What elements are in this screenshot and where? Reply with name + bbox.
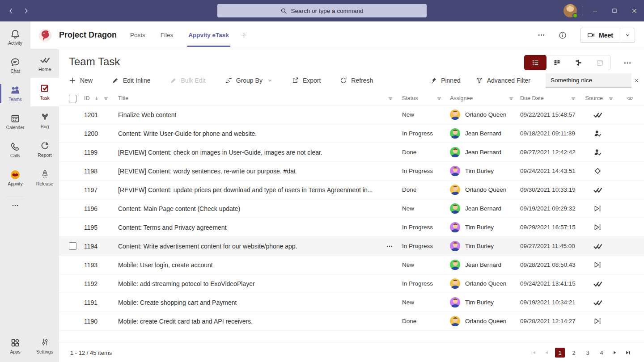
- clear-search-icon[interactable]: [633, 77, 640, 84]
- sidebar-item-calendar[interactable]: Calender: [0, 108, 30, 136]
- close-button[interactable]: [624, 0, 644, 21]
- column-header-id[interactable]: ID: [84, 95, 90, 101]
- column-header-assignee[interactable]: Assignee: [450, 95, 473, 101]
- maximize-button[interactable]: [605, 0, 624, 21]
- table-row[interactable]: 1191 Mobile: Create shopping cart and Pa…: [59, 293, 644, 312]
- page-4-button[interactable]: 4: [597, 348, 606, 358]
- page-1-button[interactable]: 1: [555, 348, 565, 358]
- task-title[interactable]: [REVIEW] Content: wordy sentences, re-wr…: [118, 168, 296, 175]
- advanced-filter-button[interactable]: Advanced Filter: [476, 77, 530, 84]
- tab-posts[interactable]: Posts: [130, 21, 145, 49]
- sidebar-item-task[interactable]: Task: [30, 78, 59, 106]
- group-by-button[interactable]: Group By: [225, 77, 272, 84]
- filter-icon[interactable]: [508, 96, 514, 101]
- meet-options-button[interactable]: [620, 28, 635, 42]
- sidebar-item-teams[interactable]: Teams: [0, 80, 30, 108]
- filter-icon[interactable]: [388, 96, 393, 101]
- task-title[interactable]: Finalize Web content: [118, 111, 176, 118]
- list-view-button[interactable]: [524, 55, 547, 70]
- select-all-checkbox[interactable]: [69, 95, 76, 102]
- task-title[interactable]: Mobile: add streaming potocol to ExoVide…: [118, 280, 255, 287]
- assignee-avatar: [450, 147, 460, 157]
- forward-button[interactable]: [21, 6, 30, 15]
- table-row[interactable]: 1197 [REVIEW] Content: update prices per…: [59, 181, 644, 199]
- column-header-due-date[interactable]: Due Date: [520, 95, 544, 101]
- view-more-button[interactable]: [623, 59, 631, 67]
- assignee-avatar: [450, 109, 460, 120]
- task-title[interactable]: [REVIEW] Content: update prices per down…: [118, 186, 373, 194]
- task-title[interactable]: [REVIEW] Content: check on images in Use…: [118, 149, 322, 156]
- table-row[interactable]: 1196 Content: Main Page content (Check u…: [59, 199, 644, 218]
- more-apps-button[interactable]: [0, 198, 30, 213]
- sidebar-item-home[interactable]: Home: [30, 49, 59, 78]
- column-header-source[interactable]: Source: [585, 95, 603, 101]
- filter-icon[interactable]: [436, 96, 442, 101]
- calendar-view-button[interactable]: [589, 55, 610, 70]
- minimize-button[interactable]: [585, 0, 605, 21]
- add-tab-button[interactable]: [241, 32, 247, 38]
- task-title[interactable]: Content: Write advertisement content for…: [118, 243, 297, 250]
- source-icon: [593, 317, 602, 325]
- next-page-button[interactable]: [610, 348, 619, 357]
- channel-info-button[interactable]: [559, 31, 567, 39]
- sidebar-item-chat[interactable]: Chat: [0, 51, 30, 80]
- export-button[interactable]: Export: [292, 77, 321, 84]
- new-button[interactable]: New: [69, 77, 93, 84]
- filter-icon[interactable]: [103, 96, 109, 101]
- first-page-button[interactable]: [529, 348, 538, 357]
- table-row[interactable]: 1200 Content: Write User-Guide for phone…: [59, 124, 644, 143]
- task-status: New: [402, 205, 414, 212]
- table-row[interactable]: 1201 Finalize Web content New Orlando Qu…: [59, 105, 644, 124]
- user-avatar[interactable]: [564, 4, 577, 17]
- edit-inline-button[interactable]: Edit Inline: [112, 77, 150, 84]
- command-search-bar[interactable]: Search or type a command: [217, 4, 427, 17]
- eye-icon[interactable]: [627, 95, 634, 102]
- sidebar-item-appvity[interactable]: Appvity: [0, 164, 30, 192]
- table-row[interactable]: 1198 [REVIEW] Content: wordy sentences, …: [59, 162, 644, 181]
- table-row[interactable]: 1194 Content: Write advertisement conten…: [59, 237, 644, 256]
- last-page-button[interactable]: [623, 348, 632, 357]
- previous-page-button[interactable]: [542, 348, 551, 357]
- task-search-box[interactable]: [546, 73, 631, 88]
- timeline-view-button[interactable]: [568, 55, 589, 70]
- channel-more-button[interactable]: [538, 31, 545, 39]
- sort-descending-icon[interactable]: [94, 96, 99, 101]
- back-button[interactable]: [6, 6, 15, 15]
- assignee-name: Jean Bernard: [465, 261, 501, 268]
- column-header-status[interactable]: Status: [402, 95, 418, 101]
- tab-files[interactable]: Files: [161, 21, 174, 49]
- page-2-button[interactable]: 2: [569, 348, 579, 358]
- bulk-edit-button[interactable]: Bulk Edit: [170, 77, 206, 84]
- column-header-title[interactable]: Title: [118, 95, 128, 101]
- table-row[interactable]: 1192 Mobile: add streaming potocol to Ex…: [59, 274, 644, 293]
- team-logo: [38, 29, 52, 42]
- sidebar-item-bug[interactable]: Bug: [30, 106, 59, 135]
- sidebar-item-settings[interactable]: Settings: [30, 332, 59, 360]
- table-row[interactable]: 1195 Content: Terms and Privacy agreemen…: [59, 218, 644, 237]
- task-title[interactable]: Mobile: User login, create account: [118, 261, 213, 269]
- task-title[interactable]: Content: Terms and Privacy agreement: [118, 224, 227, 231]
- sidebar-item-release[interactable]: Release: [30, 164, 59, 192]
- row-checkbox[interactable]: [69, 242, 76, 250]
- refresh-button[interactable]: Refresh: [340, 77, 373, 84]
- task-title[interactable]: Content: Main Page content (Check update…: [118, 205, 240, 212]
- filter-icon[interactable]: [571, 96, 576, 101]
- sidebar-item-report[interactable]: Report: [30, 135, 59, 164]
- table-row[interactable]: 1190 Mobile: create Credit card tab and …: [59, 312, 644, 331]
- table-row[interactable]: 1193 Mobile: User login, create account …: [59, 256, 644, 274]
- table-row[interactable]: 1199 [REVIEW] Content: check on images i…: [59, 143, 644, 162]
- row-actions-button[interactable]: [386, 243, 393, 250]
- task-search-input[interactable]: [551, 77, 630, 84]
- task-title[interactable]: Content: Write User-Guide for phone and …: [118, 130, 257, 137]
- board-view-button[interactable]: [546, 55, 568, 70]
- task-title[interactable]: Mobile: create Credit card tab and API r…: [118, 318, 253, 325]
- meet-button[interactable]: Meet: [580, 28, 620, 42]
- tab-appvity-etask[interactable]: Appvity eTask: [188, 21, 229, 49]
- sidebar-item-activity[interactable]: Activity: [0, 23, 30, 51]
- task-title[interactable]: Mobile: Create shopping cart and Payment: [118, 299, 237, 306]
- pinned-button[interactable]: Pinned: [430, 77, 461, 84]
- sidebar-item-apps[interactable]: Apps: [0, 332, 30, 360]
- sidebar-item-calls[interactable]: Calls: [0, 136, 30, 164]
- filter-icon[interactable]: [608, 96, 614, 101]
- page-3-button[interactable]: 3: [583, 348, 593, 358]
